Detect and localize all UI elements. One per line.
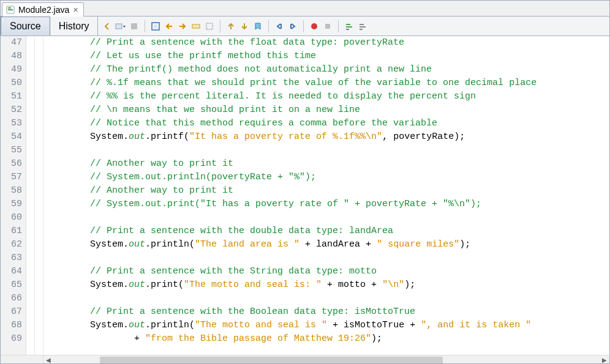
line-number: 49	[7, 63, 22, 76]
code-line[interactable]: System.out.println("The land area is " +…	[46, 238, 609, 251]
toolbar-separator	[268, 20, 269, 32]
toolbar-separator	[220, 20, 220, 32]
line-number: 66	[7, 292, 22, 305]
glyph-margin	[35, 36, 43, 355]
line-number: 67	[7, 305, 22, 319]
code-line[interactable]: // Print a sentence with the String data…	[46, 265, 609, 278]
svg-rect-8	[206, 23, 213, 29]
code-line[interactable]: System.out.printf("It has a poverty rate…	[46, 130, 609, 144]
prev-bookmark-icon[interactable]	[225, 21, 236, 32]
line-number: 50	[7, 76, 22, 90]
code-line[interactable]: // Another way to print it	[46, 157, 609, 171]
scrollbar-thumb[interactable]	[100, 357, 443, 364]
toggle-bookmark-icon[interactable]	[252, 21, 263, 32]
line-number: 48	[7, 50, 22, 63]
toolbar-icon-strip	[98, 17, 372, 35]
find-selection-icon[interactable]	[150, 21, 161, 32]
code-line[interactable]: // Notice that this method requires a co…	[46, 117, 609, 130]
nav-fwd-dropdown-icon[interactable]	[115, 21, 126, 32]
code-line[interactable]: // %.1f means that we should print the v…	[46, 76, 609, 90]
line-number: 51	[7, 90, 22, 103]
code-line[interactable]: System.out.println("The motto and seal i…	[46, 319, 609, 332]
code-line[interactable]: // %% is the percent literal. It is need…	[46, 90, 609, 103]
toolbar-separator	[145, 20, 145, 32]
line-number: 47	[7, 36, 22, 50]
shift-left-icon[interactable]	[274, 21, 285, 32]
svg-rect-3	[116, 24, 122, 29]
scroll-left-arrow-icon[interactable]: ◀	[43, 355, 53, 365]
code-line[interactable]: // \n means that we should print it on a…	[46, 103, 609, 117]
comment-icon[interactable]	[344, 21, 355, 32]
stop-macro-icon[interactable]	[322, 21, 333, 32]
java-file-icon	[6, 6, 15, 14]
svg-rect-2	[8, 7, 11, 9]
line-number: 63	[7, 251, 22, 265]
line-number: 60	[7, 211, 22, 225]
uncomment-icon[interactable]	[357, 21, 368, 32]
close-icon[interactable]: ✕	[73, 6, 78, 14]
nav-back-icon[interactable]	[102, 21, 113, 32]
code-line[interactable]: // Let us use the printf method this tim…	[46, 50, 609, 63]
line-number: 52	[7, 103, 22, 117]
code-line[interactable]: // System.out.println(povertyRate + "%")…	[46, 171, 609, 184]
tab-source[interactable]: Source	[1, 17, 50, 35]
code-line[interactable]: // Another way to print it	[46, 184, 609, 198]
file-tab-module2[interactable]: Module2.java ✕	[2, 2, 84, 17]
shift-right-icon[interactable]	[287, 21, 298, 32]
editor-toolbar: Source History	[1, 17, 609, 36]
scrollbar-track[interactable]	[63, 356, 590, 365]
line-number: 55	[7, 144, 22, 157]
scroll-right-arrow-icon[interactable]: ▶	[600, 355, 609, 365]
line-number-gutter: 4748495051525354555657585960616263646566…	[1, 36, 26, 355]
svg-point-11	[311, 23, 317, 29]
line-number: 62	[7, 238, 22, 251]
svg-rect-4	[131, 23, 137, 29]
toolbar-separator	[303, 20, 304, 32]
toggle-highlight-icon[interactable]	[190, 21, 201, 32]
toolbar-separator	[338, 20, 339, 32]
code-line[interactable]: + "from the Bible passage of Matthew 19:…	[46, 332, 609, 346]
line-number: 54	[7, 130, 22, 144]
code-line[interactable]: System.out.print("The motto and seal is:…	[46, 278, 609, 292]
fold-column[interactable]	[26, 36, 35, 355]
file-tabbar: Module2.java ✕	[1, 1, 609, 17]
code-line[interactable]: // The printf() method does not automati…	[46, 63, 609, 76]
svg-rect-1	[8, 9, 13, 10]
find-prev-icon[interactable]	[164, 21, 175, 32]
horizontal-scrollbar[interactable]: ◀ ▶	[1, 355, 609, 364]
code-area[interactable]: // Print a sentence with the float data …	[43, 36, 609, 355]
code-line[interactable]	[46, 251, 609, 265]
svg-rect-12	[325, 24, 330, 29]
code-editor[interactable]: 4748495051525354555657585960616263646566…	[1, 36, 609, 355]
line-number: 59	[7, 198, 22, 211]
line-number: 61	[7, 225, 22, 238]
code-line[interactable]	[46, 144, 609, 157]
next-bookmark-icon[interactable]	[239, 21, 250, 32]
line-number: 57	[7, 171, 22, 184]
line-number: 64	[7, 265, 22, 278]
line-number: 65	[7, 278, 22, 292]
svg-rect-6	[154, 24, 157, 28]
record-macro-icon[interactable]	[309, 21, 320, 32]
code-line[interactable]	[46, 292, 609, 305]
code-line[interactable]: // Print a sentence with the Boolean dat…	[46, 305, 609, 319]
line-number: 69	[7, 332, 22, 346]
code-line[interactable]: // System.out.print("It has a poverty ra…	[46, 198, 609, 211]
svg-rect-7	[192, 24, 200, 28]
line-number: 58	[7, 184, 22, 198]
line-number: 68	[7, 319, 22, 332]
code-line[interactable]	[46, 211, 609, 225]
find-next-icon[interactable]	[177, 21, 188, 32]
select-rect-icon[interactable]	[204, 21, 215, 32]
file-tab-label: Module2.java	[18, 5, 69, 15]
code-line[interactable]: // Print a sentence with the float data …	[46, 36, 609, 50]
code-line[interactable]: // Print a sentence with the double data…	[46, 225, 609, 238]
tab-history[interactable]: History	[50, 17, 99, 35]
nav-stop-icon[interactable]	[129, 21, 140, 32]
line-number: 56	[7, 157, 22, 171]
line-number: 53	[7, 117, 22, 130]
